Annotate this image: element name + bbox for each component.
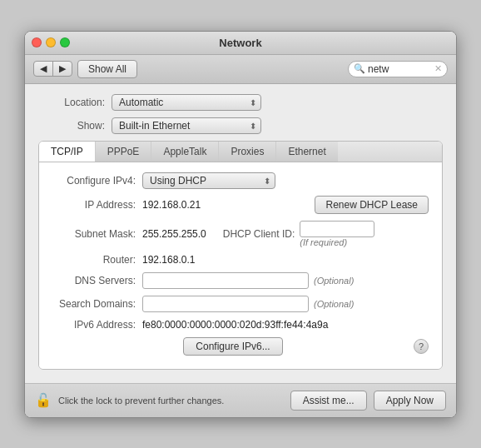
search-optional-label: (Optional) bbox=[314, 299, 354, 309]
close-button[interactable] bbox=[32, 37, 42, 47]
ip-address-value: 192.168.0.21 bbox=[142, 199, 201, 211]
nav-buttons: ◀ ▶ bbox=[33, 61, 72, 77]
router-label: Router: bbox=[52, 254, 136, 266]
ipv6-address-label: IPv6 Address: bbox=[52, 319, 136, 331]
ipv6-address-row: IPv6 Address: fe80:0000:0000:0000:020d:9… bbox=[52, 319, 429, 331]
tab-ethernet[interactable]: Ethernet bbox=[276, 142, 337, 162]
dns-servers-label: DNS Servers: bbox=[52, 275, 136, 286]
location-row: Location: Automatic ⬍ bbox=[38, 94, 443, 111]
show-select-wrap: Built-in Ethernet ⬍ bbox=[112, 117, 261, 134]
search-clear-icon[interactable]: ✕ bbox=[434, 63, 442, 74]
configure-ipv4-row: Configure IPv4: Using DHCP ⬍ bbox=[52, 172, 429, 189]
back-button[interactable]: ◀ bbox=[34, 62, 53, 76]
maximize-button[interactable] bbox=[60, 37, 70, 47]
show-label: Show: bbox=[38, 120, 105, 132]
search-box: 🔍 ✕ bbox=[348, 61, 448, 77]
configure-ipv6-button[interactable]: Configure IPv6... bbox=[183, 337, 282, 356]
subnet-mask-label: Subnet Mask: bbox=[52, 228, 136, 240]
dhcp-client-id-input[interactable] bbox=[300, 221, 374, 237]
minimize-button[interactable] bbox=[46, 37, 56, 47]
configure-ipv6-wrap: Configure IPv6... bbox=[52, 337, 414, 356]
network-window: Network ◀ ▶ Show All 🔍 ✕ Location: Autom… bbox=[24, 31, 457, 418]
search-input[interactable] bbox=[368, 63, 434, 75]
subnet-dhcp-row: Subnet Mask: 255.255.255.0 DHCP Client I… bbox=[52, 221, 429, 247]
tab-pppoe[interactable]: PPPoE bbox=[96, 142, 152, 162]
dns-servers-input[interactable] bbox=[142, 272, 309, 289]
ipv6-address-value: fe80:0000:0000:0000:020d:93ff:fe44:4a9a bbox=[142, 319, 328, 331]
content-area: Location: Automatic ⬍ Show: Built-in Eth… bbox=[25, 84, 456, 380]
search-domains-input[interactable] bbox=[142, 296, 309, 312]
show-row: Show: Built-in Ethernet ⬍ bbox=[38, 117, 443, 134]
ip-address-row: IP Address: 192.168.0.21 Renew DHCP Leas… bbox=[52, 196, 429, 214]
search-domains-label: Search Domains: bbox=[52, 298, 136, 310]
renew-dhcp-button[interactable]: Renew DHCP Lease bbox=[315, 196, 429, 214]
dhcp-client-group: (If required) bbox=[300, 221, 374, 247]
show-all-button[interactable]: Show All bbox=[77, 60, 137, 78]
tab-proxies[interactable]: Proxies bbox=[219, 142, 276, 162]
dhcp-client-id-label: DHCP Client ID: bbox=[223, 228, 295, 240]
if-required-label: (If required) bbox=[300, 237, 347, 247]
ipv6-actions-row: Configure IPv6... ? bbox=[52, 337, 429, 359]
router-value: 192.168.0.1 bbox=[142, 254, 195, 266]
window-title: Network bbox=[219, 37, 261, 49]
bottom-bar: 🔓 Click the lock to prevent further chan… bbox=[25, 383, 456, 417]
lock-icon[interactable]: 🔓 bbox=[35, 392, 52, 408]
toolbar: ◀ ▶ Show All 🔍 ✕ bbox=[25, 55, 456, 84]
dns-optional-label: (Optional) bbox=[314, 276, 354, 286]
apply-now-button[interactable]: Apply Now bbox=[374, 391, 446, 411]
location-select[interactable]: Automatic bbox=[112, 94, 261, 111]
ip-address-label: IP Address: bbox=[52, 199, 136, 211]
tab-content-tcpip: Configure IPv4: Using DHCP ⬍ IP Address:… bbox=[39, 162, 442, 369]
configure-ipv4-select-wrap: Using DHCP ⬍ bbox=[142, 172, 275, 189]
search-icon: 🔍 bbox=[354, 63, 365, 74]
configure-ipv4-label: Configure IPv4: bbox=[52, 175, 136, 187]
assist-me-button[interactable]: Assist me... bbox=[290, 391, 367, 411]
help-button[interactable]: ? bbox=[414, 339, 429, 354]
tabs-header: TCP/IP PPPoE AppleTalk Proxies Ethernet bbox=[39, 142, 442, 162]
router-row: Router: 192.168.0.1 bbox=[52, 254, 429, 266]
search-domains-row: Search Domains: (Optional) bbox=[52, 296, 429, 312]
tab-appletalk[interactable]: AppleTalk bbox=[151, 142, 219, 162]
tabs-container: TCP/IP PPPoE AppleTalk Proxies Ethernet bbox=[38, 141, 443, 370]
traffic-lights bbox=[32, 37, 70, 47]
subnet-mask-value: 255.255.255.0 bbox=[142, 228, 206, 240]
dns-servers-row: DNS Servers: (Optional) bbox=[52, 272, 429, 289]
lock-text: Click the lock to prevent further change… bbox=[58, 396, 284, 406]
forward-button[interactable]: ▶ bbox=[53, 62, 72, 76]
location-select-wrap: Automatic ⬍ bbox=[112, 94, 261, 111]
location-label: Location: bbox=[38, 97, 105, 108]
tab-tcpip[interactable]: TCP/IP bbox=[39, 142, 96, 162]
titlebar: Network bbox=[25, 32, 456, 55]
show-select[interactable]: Built-in Ethernet bbox=[112, 117, 261, 134]
configure-ipv4-select[interactable]: Using DHCP bbox=[142, 172, 275, 189]
